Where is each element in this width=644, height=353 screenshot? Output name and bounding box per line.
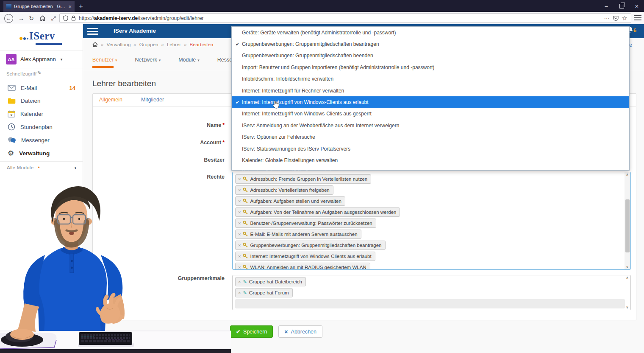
tab-mitglieder[interactable]: Mitglieder [141, 97, 164, 103]
crumb-verwaltung[interactable]: Verwaltung [106, 42, 130, 47]
rights-selected-box[interactable]: × Adressbuch: Fremde Gruppen in Verteile… [232, 172, 631, 270]
lock-icon [71, 15, 76, 21]
right-tag[interactable]: × E-Mail: E-Mails mit anderen Servern au… [235, 230, 361, 239]
browser-tab[interactable]: Gruppe bearbeiten - Gruppen × [3, 1, 75, 12]
home-breadcrumb-icon[interactable] [92, 42, 98, 47]
check-icon: ✔ [236, 100, 242, 105]
home-button[interactable] [37, 13, 47, 23]
sidebar-item-verwaltung[interactable]: ⚙ Verwaltung [0, 147, 83, 160]
sidebar-item-messenger[interactable]: Messenger [0, 134, 83, 146]
bookmark-star-icon[interactable]: ☆ [622, 14, 627, 22]
save-button[interactable]: ✔ Speichern [230, 325, 273, 338]
address-bar[interactable]: https://akademie-iserv.de/iserv/admin/gr… [59, 13, 631, 23]
right-tag[interactable]: × WLAN: Anmelden an mit RADIUS gesichert… [235, 263, 370, 270]
scroll-down-icon[interactable]: ∨ [626, 265, 629, 269]
scroll-down-icon[interactable]: ∨ [626, 305, 629, 309]
remove-tag-icon[interactable]: × [238, 243, 241, 248]
dropdown-option[interactable]: ✔ Kalender: Schreibzugriff für Gruppenka… [232, 166, 629, 171]
dropdown-option[interactable]: ✔ Import: Benutzer und Gruppen importier… [232, 62, 629, 73]
right-tag-label: Internet: Internetzugriff von Windows-Cl… [250, 254, 371, 259]
crumb-lehrer[interactable]: Lehrer [167, 42, 181, 47]
window-close-button[interactable]: × [630, 0, 644, 12]
right-tag[interactable]: × Adressbuch: Verteilerlisten freigeben [235, 185, 333, 195]
breadcrumb: » Verwaltung » Gruppen » Lehrer » Bearbe… [92, 42, 213, 47]
back-button[interactable]: ← [3, 13, 14, 23]
merkmal-tag[interactable]: × ✎ Gruppe hat Dateibereich [235, 277, 306, 286]
dropdown-option-label: Internet: Internetzugriff von Windows-Cl… [242, 111, 372, 117]
remove-tag-icon[interactable]: × [238, 291, 241, 295]
remove-tag-icon[interactable]: × [238, 199, 241, 204]
right-tag[interactable]: × Internet: Internetzugriff von Windows-… [235, 252, 375, 261]
page-actions-icon[interactable]: ⋯ [604, 15, 610, 21]
remove-tag-icon[interactable]: × [238, 280, 241, 284]
dropdown-option[interactable]: ✔ Internet: Internetzugriff von Windows-… [232, 108, 629, 120]
right-tag[interactable]: × Benutzer-/Gruppenverwaltung: Passwörte… [235, 219, 376, 228]
sidebar-item-kalender[interactable]: 9 Kalender [0, 107, 83, 120]
new-tab-button[interactable]: + [79, 1, 83, 11]
right-tag[interactable]: × Aufgaben: Aufgaben stellen und verwalt… [235, 196, 345, 206]
dropdown-option[interactable]: ✔ IServ: Anmeldung an der Weboberfläche … [232, 120, 629, 131]
fullscreen-button[interactable]: ⤢ [48, 13, 58, 23]
tab-close-icon[interactable]: × [68, 3, 72, 10]
window-restore-button[interactable] [614, 0, 629, 12]
remove-tag-icon[interactable]: × [238, 254, 241, 259]
forward-button[interactable]: → [16, 13, 26, 23]
dropdown-option[interactable]: ✔ Internet: Internetzugriff für Rechner … [232, 85, 629, 96]
envelope-icon [8, 85, 16, 91]
scrollbar-thumb[interactable] [625, 199, 630, 252]
right-tag-label: Gruppenbewerbungen: Gruppenmitgliedschaf… [250, 243, 381, 248]
key-icon [243, 210, 248, 215]
right-tag-label: Aufgaben: Aufgaben stellen und verwalten [250, 199, 341, 204]
sidebar-item-email[interactable]: E-Mail 14 [0, 81, 83, 94]
right-tag[interactable]: × Gruppenbewerbungen: Gruppenmitgliedsch… [235, 241, 386, 250]
dropdown-option[interactable]: ✔ Internet: Internetzugriff von Windows-… [232, 96, 629, 108]
key-icon [243, 232, 248, 237]
remove-tag-icon[interactable]: × [238, 188, 241, 193]
dropdown-option[interactable]: ✔ Kalender: Globale Einstellungen verwal… [232, 154, 629, 166]
right-tag-label: Adressbuch: Verteilerlisten freigeben [250, 188, 329, 193]
merkmale-input[interactable] [235, 299, 625, 308]
nav-tab-module[interactable]: Module▾ [178, 57, 200, 63]
pocket-icon[interactable] [613, 15, 619, 21]
scroll-up-icon[interactable]: ∧ [626, 173, 629, 176]
cancel-button[interactable]: × Abbrechen [278, 325, 322, 338]
nav-tab-netzwerk[interactable]: Netzwerk▾ [135, 57, 161, 63]
dropdown-option[interactable]: ✔ IServ: Statuswarnungen des IServ Porta… [232, 143, 629, 154]
reload-button[interactable]: ↻ [26, 13, 36, 23]
logo-dot-blue-small [27, 38, 28, 39]
right-tag[interactable]: × Aufgaben: Von der Teilnahme an Aufgabe… [235, 207, 400, 217]
dropdown-option[interactable]: ✔ Gruppenbewerbungen: Gruppenmitgliedsch… [232, 38, 629, 50]
nav-tab-benutzer[interactable]: Benutzer▾ [92, 57, 117, 63]
dropdown-option[interactable]: ✔ Infobildschirm: Infobildschirme verwal… [232, 73, 629, 85]
sidebar-item-stundenplan[interactable]: Stundenplan [0, 120, 83, 133]
calendar-icon: 9 [8, 110, 15, 118]
merkmale-box[interactable]: × ✎ Gruppe hat Dateibereich × ✎ Gruppe h… [232, 275, 631, 310]
remove-tag-icon[interactable]: × [238, 221, 241, 226]
merkmal-tag[interactable]: × ✎ Gruppe hat Forum [235, 288, 293, 297]
window-minimize-button[interactable]: – [599, 0, 613, 12]
app-menu-icon[interactable] [87, 28, 98, 35]
merkmal-tag-label: Gruppe hat Dateibereich [249, 279, 302, 284]
tab-allgemein[interactable]: Allgemein [99, 97, 122, 103]
check-icon: ✔ [236, 42, 242, 47]
user-menu[interactable]: AA Alex Appmann ▾ [6, 54, 62, 64]
dropdown-option[interactable]: ✔ IServ: Optionen zur Fehlersuche [232, 132, 629, 143]
sidebar-all-modules[interactable]: Alle Module • › [0, 164, 83, 171]
remove-tag-icon[interactable]: × [238, 177, 241, 182]
required-asterisk: * [222, 122, 225, 128]
keyboard-illustration [78, 332, 134, 347]
remove-tag-icon[interactable]: × [238, 232, 241, 237]
dropdown-option[interactable]: ✔ Gruppenbewerbungen: Gruppenmitgliedsch… [232, 50, 629, 62]
crumb-gruppen[interactable]: Gruppen [139, 42, 158, 47]
browser-menu-button[interactable] [634, 14, 641, 22]
right-tag[interactable]: × Adressbuch: Fremde Gruppen in Verteile… [235, 174, 371, 184]
dropdown-option[interactable]: ✔ Geräte: Geräte verwalten (benötigt Adm… [232, 27, 629, 38]
scroll-up-icon[interactable]: ∧ [626, 276, 629, 280]
remove-tag-icon[interactable]: × [238, 265, 241, 270]
edit-pencil-icon[interactable]: ✎ [37, 70, 42, 76]
dropdown-option-label: IServ: Anmeldung an der Weboberfläche au… [242, 123, 399, 129]
rights-scrollbar[interactable]: ∧ ∨ [625, 172, 630, 269]
merkmale-scrollbar[interactable]: ∧ ∨ [625, 275, 630, 310]
sidebar-item-dateien[interactable]: Dateien [0, 94, 83, 107]
remove-tag-icon[interactable]: × [238, 210, 241, 215]
